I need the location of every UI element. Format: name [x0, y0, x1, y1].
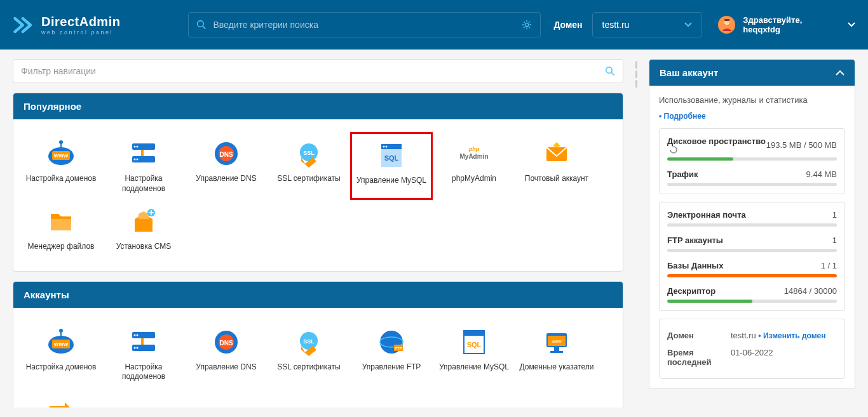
ftp-icon: FTP: [376, 327, 407, 357]
svg-line-1: [203, 26, 206, 29]
grid-item-label: Настройка поддоменов: [105, 174, 182, 194]
greeting: Здравствуйте, heqqxfdg: [743, 15, 840, 34]
svg-point-17: [137, 146, 139, 148]
ssl-icon: SSL: [294, 138, 324, 169]
stat-row: FTP аккаунты1: [667, 235, 837, 252]
progress-bar: [667, 249, 837, 252]
svg-text:MyAdmin: MyAdmin: [460, 153, 489, 160]
search-icon: [196, 20, 207, 30]
svg-rect-62: [554, 347, 559, 351]
svg-point-27: [383, 146, 385, 148]
stat-row: Дисковое пространство193.5 MB / 500 MB: [667, 136, 837, 161]
cms-icon: [128, 206, 159, 237]
svg-text:SQL: SQL: [467, 341, 482, 348]
grid-item-dns[interactable]: DNSУправление DNS: [185, 132, 268, 200]
grid-item-label: Настройка доменов: [26, 174, 97, 184]
info-label: Домен: [667, 331, 731, 340]
progress-bar: [667, 183, 837, 186]
search-icon: [605, 66, 615, 76]
grid-item-subdomain[interactable]: Настройка поддоменов: [102, 132, 185, 200]
grid-item-www[interactable]: WWWНастройка доменов: [20, 321, 102, 388]
svg-point-19: [137, 159, 139, 161]
widget-account: Ваш аккаунт Использование, журналы и ста…: [649, 59, 855, 389]
domain-select[interactable]: testt.ru: [592, 12, 702, 37]
svg-point-18: [134, 159, 136, 161]
grid-item-www[interactable]: WWWНастройка доменов: [20, 132, 102, 200]
svg-text:FTP: FTP: [395, 347, 402, 350]
svg-point-2: [526, 23, 529, 26]
info-value: testt.ru • Изменить домен: [731, 331, 837, 340]
progress-bar: [667, 274, 837, 277]
brand-logo[interactable]: DirectAdmin web control panel: [13, 14, 188, 36]
gear-icon[interactable]: [521, 19, 532, 30]
info-row: Доменtestt.ru • Изменить домен: [667, 327, 837, 344]
svg-point-12: [59, 140, 63, 144]
svg-rect-5: [724, 19, 729, 21]
domain-label: Домен: [553, 20, 582, 30]
grid-item-label: Менеджер файлов: [28, 242, 95, 252]
domain-value: testt.ru: [602, 20, 630, 30]
widget-subtitle: Использование, журналы и статистика: [659, 95, 845, 105]
svg-point-39: [59, 329, 63, 333]
grid-item-cms[interactable]: Установка CMS: [102, 200, 185, 258]
svg-rect-42: [141, 338, 144, 345]
www-icon: WWW: [46, 327, 76, 357]
brand-subtitle: web control panel: [41, 29, 120, 36]
nav-filter[interactable]: [13, 59, 623, 83]
nav-filter-input[interactable]: [21, 66, 605, 76]
grid-item-ftp[interactable]: FTPУправление FTP: [350, 321, 433, 388]
refresh-icon[interactable]: [670, 146, 677, 154]
stat-label: FTP аккаунты: [667, 235, 723, 245]
pointer-icon: www: [541, 327, 572, 357]
global-search[interactable]: [188, 12, 541, 37]
svg-text:SSL: SSL: [303, 150, 315, 156]
stat-label: Дескриптор: [667, 286, 715, 296]
progress-bar: [667, 223, 837, 227]
svg-rect-63: [550, 351, 563, 353]
svg-line-7: [611, 72, 614, 75]
panel-accounts: Аккаунты WWWНастройка доменовНастройка п…: [13, 281, 623, 407]
svg-text:SQL: SQL: [384, 154, 399, 162]
panel-header-popular: Популярное: [13, 93, 623, 119]
grid-item-ssl[interactable]: SSLSSL сертификаты: [268, 321, 350, 388]
grid-item-label: Управление MySQL: [439, 362, 509, 373]
stat-label: Электронная почта: [667, 210, 746, 220]
grid-item-label: Управление DNS: [196, 362, 256, 373]
change-domain-link[interactable]: • Изменить домен: [758, 331, 825, 340]
svg-text:php: php: [468, 146, 480, 152]
more-link[interactable]: • Подробнее: [659, 112, 706, 121]
search-input[interactable]: [213, 20, 521, 30]
svg-rect-33: [51, 219, 71, 230]
stat-label: Трафик: [667, 169, 698, 179]
stat-row: Дескриптор14864 / 30000: [667, 286, 837, 303]
grid-item-label: Настройка доменов: [26, 362, 97, 373]
grid-item-sql2[interactable]: SQLУправление MySQL: [433, 321, 515, 388]
pma-icon: phpMyAdmin: [459, 138, 489, 169]
user-menu[interactable]: Здравствуйте, heqqxfdg: [718, 15, 855, 34]
svg-point-43: [134, 334, 136, 336]
progress-bar: [667, 157, 837, 161]
widget-header-account[interactable]: Ваш аккаунт: [649, 60, 855, 86]
stat-value: 1: [832, 210, 837, 220]
svg-rect-64: [50, 406, 65, 407]
avatar-icon: [718, 16, 736, 34]
grid-item-files[interactable]: Менеджер файлов: [20, 200, 102, 258]
grid-item-subdomain[interactable]: Настройка поддоменов: [102, 321, 185, 388]
grid-item-more[interactable]: [20, 388, 102, 407]
subdomain-icon: [128, 138, 159, 169]
grid-item-sql[interactable]: SQLУправление MySQL: [350, 132, 433, 200]
info-label: Время последней: [667, 348, 731, 367]
grid-item-ssl[interactable]: SSLSSL сертификаты: [268, 132, 350, 200]
grid-item-pointer[interactable]: wwwДоменные указатели: [515, 321, 598, 388]
stat-label: Базы Данных: [667, 261, 723, 270]
grid-item-pma[interactable]: phpMyAdminphpMyAdmin: [433, 132, 515, 200]
column-divider: [633, 59, 639, 407]
grid-item-label: phpMyAdmin: [452, 174, 496, 184]
grid-item-label: Установка CMS: [116, 242, 172, 252]
svg-text:WWW: WWW: [54, 341, 69, 347]
svg-point-46: [137, 347, 139, 348]
svg-rect-57: [464, 331, 484, 336]
arrow-icon: [46, 395, 76, 407]
grid-item-dns[interactable]: DNSУправление DNS: [185, 321, 268, 388]
grid-item-mail[interactable]: Почтовый аккаунт: [515, 132, 598, 200]
